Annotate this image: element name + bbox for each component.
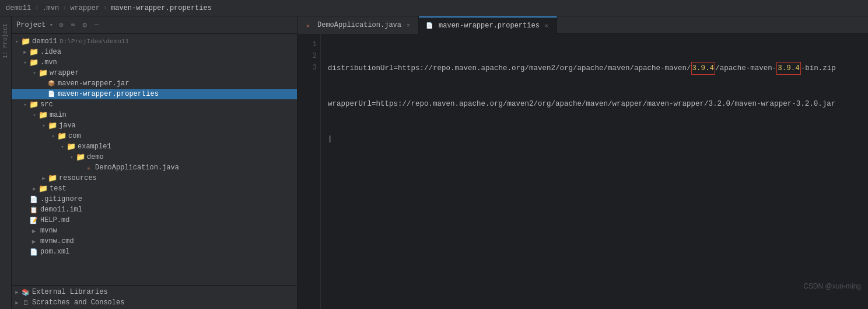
main-arrow: ▾ — [30, 111, 38, 119]
line-num-1: 1 — [301, 39, 317, 50]
tree-item-idea[interactable]: ▶ 📁 .idea — [12, 47, 297, 57]
tree-item-java[interactable]: ▾ 📁 java — [12, 120, 297, 131]
mvnwcmd-icon: ▶ — [29, 237, 38, 246]
tree-item-main[interactable]: ▾ 📁 main — [12, 110, 297, 120]
example1-arrow: ▾ — [58, 143, 66, 151]
tab-demo-label: DemoApplication.java — [317, 21, 401, 29]
root-arrow: ▾ — [13, 37, 21, 46]
add-icon-btn[interactable]: ⊕ — [57, 20, 66, 30]
com-arrow: ▾ — [49, 132, 57, 140]
minimize-icon-btn[interactable]: — — [92, 20, 101, 30]
mvnw-icon: ▶ — [29, 226, 38, 235]
tree-item-maven-props[interactable]: 📄 maven-wrapper.properties — [12, 89, 297, 99]
panel-icons: ⊕ ≡ ⚙ — — [57, 20, 101, 30]
line1-text2: /apache-maven- — [715, 63, 776, 74]
file-tree: ▾ 📁 demo11 D:\ProjIdea\demo11 ▶ 📁 .idea … — [12, 34, 297, 285]
breadcrumb-project[interactable]: demo11 — [6, 4, 31, 12]
breadcrumb-mvn[interactable]: .mvn — [42, 4, 59, 12]
root-name: demo11 — [32, 37, 57, 46]
breadcrumb-wrapper[interactable]: wrapper — [70, 4, 99, 12]
line1-text3: -bin.zip — [801, 63, 836, 74]
breadcrumb-file[interactable]: maven-wrapper.properties — [111, 4, 212, 12]
test-arrow: ▶ — [30, 185, 38, 193]
wrapper-arrow: ▾ — [30, 69, 38, 77]
line1-highlight2: 3.9.4 — [776, 62, 801, 75]
tab-demo-application[interactable]: ☕ DemoApplication.java ✕ — [298, 16, 419, 34]
tree-item-mvn[interactable]: ▾ 📁 .mvn — [12, 57, 297, 68]
example1-icon: 📁 — [66, 142, 76, 151]
demo-icon: 📁 — [76, 152, 85, 162]
breadcrumb: demo11 › .mvn › wrapper › maven-wrapper.… — [0, 0, 868, 16]
src-arrow: ▾ — [21, 100, 29, 109]
line2-text: wrapperUrl=https://repo.maven.apache.org… — [328, 98, 835, 110]
line-num-3: 3 — [301, 62, 317, 74]
tab-props-label: maven-wrapper.properties — [439, 22, 540, 30]
panel-header: Project ▾ ⊕ ≡ ⚙ — — [12, 16, 297, 34]
wrapper-icon: 📁 — [38, 68, 48, 78]
collapse-icon-btn[interactable]: ≡ — [68, 20, 78, 30]
tree-item-maven-jar[interactable]: 📦 maven-wrapper.jar — [12, 78, 297, 89]
tree-item-scratches[interactable]: ▶ 🗒 Scratches and Consoles — [12, 297, 297, 308]
main-icon: 📁 — [38, 110, 48, 120]
iml-icon: 📋 — [29, 205, 38, 214]
line-num-2: 2 — [301, 50, 317, 62]
line1-highlight1: 3.9.4 — [691, 62, 716, 75]
scratches-arrow: ▶ — [13, 298, 21, 307]
tab-maven-props[interactable]: 📄 maven-wrapper.properties ✕ — [419, 16, 557, 34]
tree-item-iml[interactable]: 📋 demo11.iml — [12, 204, 297, 215]
tree-item-com[interactable]: ▾ 📁 com — [12, 131, 297, 141]
code-line-3 — [328, 133, 861, 145]
line-numbers: 1 2 3 — [298, 34, 321, 309]
tree-item-resources[interactable]: ▶ 📁 resources — [12, 173, 297, 183]
tree-item-mvnw[interactable]: ▶ mvnw — [12, 225, 297, 236]
side-strip: 1: Project — [0, 16, 12, 309]
resources-icon: 📁 — [48, 173, 57, 183]
gitignore-icon: 📄 — [29, 195, 38, 204]
root-path: D:\ProjIdea\demo11 — [60, 38, 129, 45]
tab-props-icon: 📄 — [425, 21, 434, 30]
test-icon: 📁 — [38, 184, 48, 193]
tree-item-test[interactable]: ▶ 📁 test — [12, 183, 297, 194]
resources-arrow: ▶ — [40, 174, 48, 182]
mvn-arrow: ▾ — [21, 58, 29, 67]
editor-content[interactable]: 1 2 3 distributionUrl=https://repo.maven… — [298, 34, 868, 309]
settings-icon-btn[interactable]: ⚙ — [80, 20, 89, 30]
md-icon: 📝 — [29, 216, 38, 225]
tree-item-root[interactable]: ▾ 📁 demo11 D:\ProjIdea\demo11 — [12, 36, 297, 47]
tree-item-demo[interactable]: ▾ 📁 demo — [12, 152, 297, 162]
watermark: CSDN @xun-ming — [803, 282, 861, 290]
tree-item-wrapper[interactable]: ▾ 📁 wrapper — [12, 68, 297, 78]
tree-item-mvnwcmd[interactable]: ▶ mvnw.cmd — [12, 236, 297, 246]
tree-item-pom[interactable]: 📄 pom.xml — [12, 246, 297, 257]
tree-item-gitignore[interactable]: 📄 .gitignore — [12, 194, 297, 204]
java-file-icon: ☕ — [84, 163, 93, 172]
extlibs-icon: 📚 — [21, 287, 30, 297]
java-folder-icon: 📁 — [48, 121, 57, 130]
jar-icon: 📦 — [47, 79, 56, 88]
tab-java-icon: ☕ — [303, 20, 313, 30]
idea-icon: 📁 — [29, 47, 38, 57]
tree-item-demoapp[interactable]: ☕ DemoApplication.java — [12, 162, 297, 173]
com-icon: 📁 — [57, 131, 66, 141]
tree-item-external-libs[interactable]: ▶ 📚 External Libraries — [12, 287, 297, 297]
side-strip-label[interactable]: 1: Project — [2, 23, 9, 58]
idea-arrow: ▶ — [21, 48, 29, 56]
tree-item-src[interactable]: ▾ 📁 src — [12, 99, 297, 110]
properties-icon: 📄 — [47, 89, 56, 99]
mvn-icon: 📁 — [29, 58, 38, 67]
tab-bar: ☕ DemoApplication.java ✕ 📄 maven-wrapper… — [298, 16, 868, 34]
extlibs-arrow: ▶ — [13, 288, 21, 296]
tree-item-example1[interactable]: ▾ 📁 example1 — [12, 141, 297, 152]
tab-props-close[interactable]: ✕ — [542, 22, 551, 30]
java-arrow: ▾ — [40, 121, 48, 130]
tab-demo-close[interactable]: ✕ — [404, 21, 412, 29]
tree-item-help[interactable]: 📝 HELP.md — [12, 215, 297, 225]
pom-icon: 📄 — [29, 247, 38, 256]
line1-text1: distributionUrl=https://repo.maven.apach… — [328, 63, 691, 74]
panel-title: Project — [16, 21, 46, 29]
code-line-1: distributionUrl=https://repo.maven.apach… — [328, 62, 861, 75]
panel-dropdown-icon[interactable]: ▾ — [49, 21, 53, 29]
editor-area: ☕ DemoApplication.java ✕ 📄 maven-wrapper… — [298, 16, 868, 309]
root-folder-icon: 📁 — [21, 37, 30, 46]
code-area[interactable]: distributionUrl=https://repo.maven.apach… — [321, 34, 868, 309]
